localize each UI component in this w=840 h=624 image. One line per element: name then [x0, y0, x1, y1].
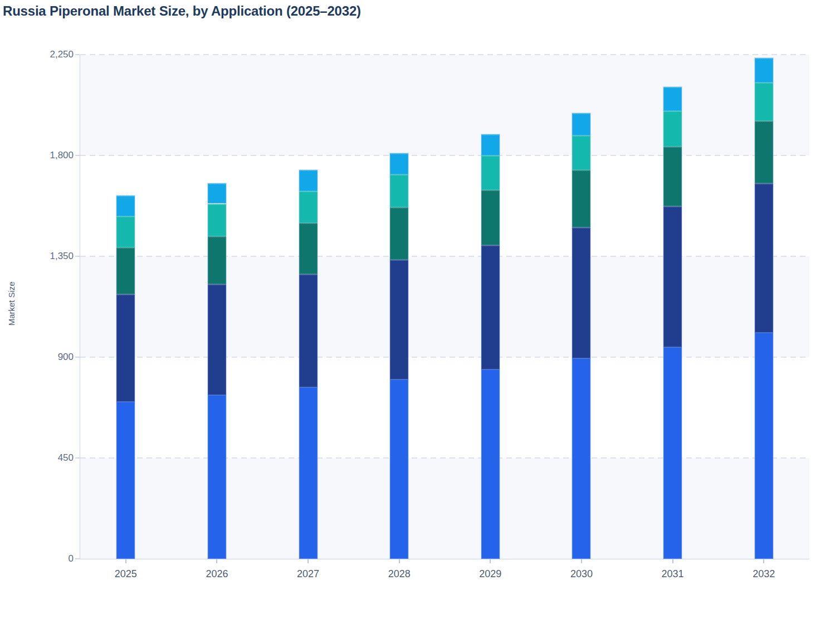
bar-segment-2028-application-segment-1-bottom[interactable] — [390, 379, 408, 559]
bar-segment-2032-application-segment-3[interactable] — [755, 121, 773, 184]
bar-segment-2030-application-segment-5-top[interactable] — [572, 113, 590, 135]
gridline — [80, 54, 809, 55]
y-tick-mark — [75, 457, 80, 459]
plot-area: 04509001,3501,8002,250202520262027202820… — [80, 55, 809, 559]
bar-segment-2029-application-segment-4[interactable] — [481, 155, 500, 190]
gridline — [80, 256, 809, 257]
x-tick-mark — [307, 559, 309, 563]
y-tick-label: 1,800 — [31, 150, 74, 161]
bar-segment-2031-application-segment-3[interactable] — [663, 147, 682, 206]
bar-segment-2031-application-segment-2[interactable] — [663, 206, 682, 347]
chart-canvas: Russia Piperonal Market Size, by Applica… — [0, 0, 840, 624]
x-tick-label-2027: 2027 — [283, 568, 333, 580]
bar-segment-2030-application-segment-4[interactable] — [572, 135, 590, 170]
bar-segment-2030-application-segment-2[interactable] — [572, 227, 590, 358]
y-tick-mark — [75, 155, 80, 156]
bar-2029[interactable] — [481, 134, 500, 559]
x-tick-label-2028: 2028 — [374, 568, 424, 580]
y-tick-mark — [75, 558, 80, 559]
y-tick-mark — [75, 357, 80, 358]
bar-segment-2027-application-segment-5-top[interactable] — [299, 170, 318, 191]
bar-segment-2032-application-segment-5-top[interactable] — [755, 58, 773, 82]
bar-segment-2029-application-segment-1-bottom[interactable] — [481, 369, 500, 559]
gridline — [80, 155, 809, 156]
bar-segment-2029-application-segment-3[interactable] — [481, 190, 500, 245]
bar-segment-2028-application-segment-5-top[interactable] — [390, 153, 408, 174]
background-band — [80, 458, 809, 559]
bar-segment-2028-application-segment-3[interactable] — [390, 207, 408, 260]
x-tick-mark — [125, 559, 126, 563]
bar-segment-2030-application-segment-3[interactable] — [572, 170, 590, 227]
bar-segment-2031-application-segment-1-bottom[interactable] — [663, 347, 682, 559]
y-axis-title: Market Size — [7, 281, 16, 325]
y-tick-label: 0 — [31, 553, 74, 564]
bar-segment-2030-application-segment-1-bottom[interactable] — [572, 358, 590, 559]
y-tick-mark — [75, 256, 80, 257]
x-tick-mark — [216, 559, 217, 563]
bar-segment-2031-application-segment-4[interactable] — [663, 111, 682, 147]
x-tick-label-2029: 2029 — [465, 568, 515, 580]
bar-segment-2026-application-segment-2[interactable] — [208, 284, 226, 395]
bar-2030[interactable] — [572, 113, 590, 559]
bar-segment-2027-application-segment-4[interactable] — [299, 191, 318, 222]
x-tick-label-2031: 2031 — [648, 568, 698, 580]
bar-segment-2026-application-segment-3[interactable] — [208, 236, 226, 284]
bar-2027[interactable] — [299, 170, 318, 559]
y-tick-label: 900 — [31, 352, 74, 363]
bar-segment-2032-application-segment-1-bottom[interactable] — [755, 333, 773, 559]
bar-2025[interactable] — [116, 196, 135, 559]
bar-segment-2026-application-segment-4[interactable] — [208, 204, 226, 236]
bar-segment-2025-application-segment-4[interactable] — [116, 216, 135, 247]
gridline — [80, 457, 809, 459]
background-band — [80, 155, 809, 256]
bar-segment-2025-application-segment-2[interactable] — [116, 294, 135, 402]
bar-2026[interactable] — [208, 183, 226, 559]
x-tick-label-2026: 2026 — [192, 568, 242, 580]
chart-title: Russia Piperonal Market Size, by Applica… — [3, 3, 361, 19]
bar-segment-2027-application-segment-1-bottom[interactable] — [299, 387, 318, 559]
bar-2028[interactable] — [390, 153, 408, 559]
y-tick-label: 1,350 — [31, 251, 74, 262]
bar-segment-2028-application-segment-2[interactable] — [390, 260, 408, 379]
bar-segment-2027-application-segment-3[interactable] — [299, 223, 318, 275]
y-tick-mark — [75, 54, 80, 55]
bar-segment-2025-application-segment-3[interactable] — [116, 247, 135, 294]
gridline — [80, 357, 809, 358]
x-tick-mark — [763, 559, 764, 563]
x-tick-mark — [672, 559, 673, 563]
y-tick-label: 2,250 — [31, 49, 74, 60]
background-band — [80, 256, 809, 357]
bar-segment-2032-application-segment-2[interactable] — [755, 183, 773, 332]
x-tick-mark — [490, 559, 491, 563]
bar-segment-2025-application-segment-1-bottom[interactable] — [116, 402, 135, 559]
bar-segment-2028-application-segment-4[interactable] — [390, 174, 408, 207]
bar-segment-2031-application-segment-5-top[interactable] — [663, 87, 682, 110]
bar-segment-2027-application-segment-2[interactable] — [299, 274, 318, 387]
bar-segment-2026-application-segment-5-top[interactable] — [208, 183, 226, 203]
bar-segment-2029-application-segment-2[interactable] — [481, 245, 500, 369]
x-tick-label-2025: 2025 — [101, 568, 151, 580]
bar-segment-2026-application-segment-1-bottom[interactable] — [208, 395, 226, 559]
bar-segment-2025-application-segment-5-top[interactable] — [116, 196, 135, 216]
background-band — [80, 55, 809, 155]
x-tick-label-2030: 2030 — [556, 568, 607, 580]
background-band — [80, 357, 809, 458]
x-tick-mark — [399, 559, 400, 563]
bar-2031[interactable] — [663, 87, 682, 559]
bar-segment-2032-application-segment-4[interactable] — [755, 82, 773, 120]
bar-2032[interactable] — [755, 58, 773, 559]
x-tick-mark — [581, 559, 582, 563]
bar-segment-2029-application-segment-5-top[interactable] — [481, 134, 500, 155]
x-tick-label-2032: 2032 — [739, 568, 789, 580]
y-tick-label: 450 — [31, 452, 74, 464]
